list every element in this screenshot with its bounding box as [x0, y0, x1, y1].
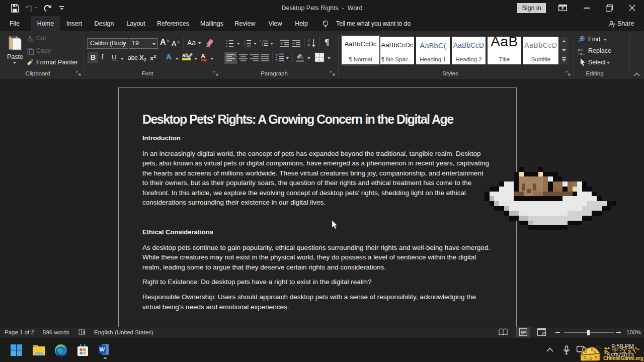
svg-text:W: W: [100, 346, 105, 352]
